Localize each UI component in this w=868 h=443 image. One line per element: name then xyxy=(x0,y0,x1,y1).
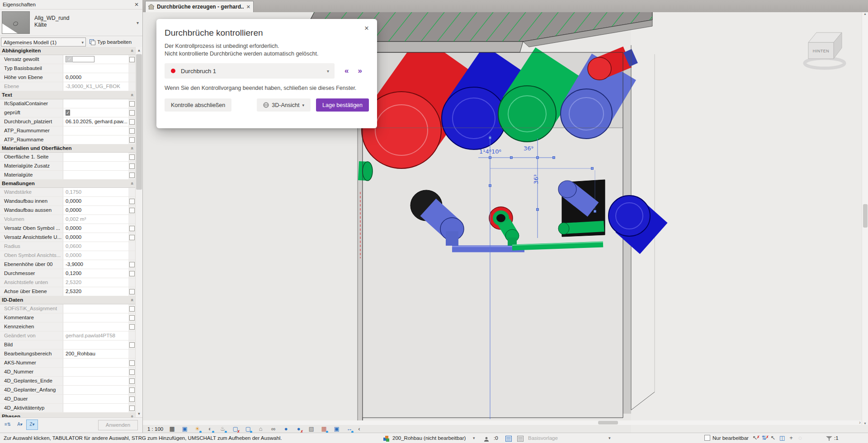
dimension-handle[interactable] xyxy=(489,137,491,139)
associate-parameter-box[interactable] xyxy=(129,315,135,321)
property-value[interactable]: 0,1750 xyxy=(63,188,128,196)
property-value[interactable]: ✓ xyxy=(63,55,128,64)
property-value[interactable]: ✓ xyxy=(63,108,128,117)
previous-opening-button[interactable]: « xyxy=(344,66,349,75)
collapse-icon[interactable]: « xyxy=(128,147,136,149)
workset-dropdown[interactable]: 200_Rohbau (nicht bearbeitbar) xyxy=(392,433,466,443)
vertical-scrollbar[interactable]: ▲ ▼ xyxy=(862,12,868,425)
associate-parameter-box[interactable] xyxy=(129,387,135,393)
property-value[interactable]: 0,0000 xyxy=(63,197,128,205)
property-value[interactable]: 2,5320 xyxy=(63,278,128,287)
release-worksets-icon[interactable]: ↖✗ xyxy=(750,433,760,443)
section-header[interactable]: Abhängigkeiten« xyxy=(0,47,136,55)
associate-parameter-box[interactable] xyxy=(129,137,135,143)
relinquish-elements-icon[interactable]: ⇅✗ xyxy=(760,433,769,443)
visual-style-icon[interactable]: ▣ xyxy=(181,425,189,433)
property-value[interactable] xyxy=(63,359,128,367)
property-value[interactable]: -3,9000_K1_UG_FBOK xyxy=(63,82,128,91)
property-value[interactable]: 0,0600 xyxy=(63,242,128,251)
model-canvas[interactable]: 1¹4⁶10⁶ 36⁹ 36³ HINTEN Durchbrüche kontr… xyxy=(143,12,868,433)
property-value[interactable] xyxy=(63,304,128,313)
scroll-right-icon[interactable]: › xyxy=(859,420,861,425)
crop-visibility-icon[interactable]: ▢ xyxy=(244,425,252,433)
section-header[interactable]: Phasen« xyxy=(0,413,136,417)
checkbox[interactable]: ✓ xyxy=(66,56,94,62)
confirm-position-button[interactable]: Lage bestätigen xyxy=(316,98,369,112)
editable-only-checkbox[interactable] xyxy=(704,435,710,441)
property-value[interactable] xyxy=(63,153,128,161)
property-value[interactable]: 200_Rohbau xyxy=(63,350,128,358)
opening-rect[interactable] xyxy=(558,180,605,237)
section-header[interactable]: Bemaßungen« xyxy=(0,180,136,188)
property-value[interactable]: 0,0000 xyxy=(63,224,128,233)
isolate-3d-icon[interactable]: ▣ xyxy=(333,425,340,433)
scrollbar-thumb[interactable] xyxy=(863,204,868,228)
associate-parameter-box[interactable] xyxy=(129,128,135,134)
property-value[interactable] xyxy=(63,395,128,403)
collapse-icon[interactable]: « xyxy=(128,182,136,185)
scale-control[interactable]: 1 : 100 xyxy=(147,426,163,432)
pipe-green-stub[interactable] xyxy=(359,162,373,181)
dimension-handle[interactable] xyxy=(489,157,491,159)
associate-parameter-box[interactable] xyxy=(129,396,135,402)
scroll-up-icon[interactable]: ▲ xyxy=(862,12,868,15)
property-value[interactable] xyxy=(63,322,128,331)
select-cursor-icon[interactable]: ↖ xyxy=(769,433,778,443)
worksets-dialog-icon[interactable] xyxy=(505,435,512,443)
property-value[interactable]: gerhard.pawlat4PT58 xyxy=(63,331,128,340)
render-icon[interactable]: ♨ xyxy=(219,425,226,433)
associate-parameter-box[interactable] xyxy=(129,110,135,116)
section-header[interactable]: Materialien und Oberflächen« xyxy=(0,145,136,153)
property-value[interactable]: 06.10.2025, gerhard.paw... xyxy=(63,117,128,126)
crop-region-icon[interactable]: ▢✗ xyxy=(231,425,239,433)
property-value[interactable]: 0,0000 xyxy=(63,251,128,260)
dimension-handle[interactable] xyxy=(537,209,539,211)
property-value[interactable]: 0,1200 xyxy=(63,269,128,278)
collapse-icon[interactable]: « xyxy=(128,93,136,96)
property-value[interactable] xyxy=(63,377,128,385)
select-wall-cursor-icon[interactable]: ◫ xyxy=(778,433,787,443)
property-value[interactable] xyxy=(63,64,128,73)
collapse-viewbar-icon[interactable]: ‹ xyxy=(358,425,360,432)
reveal-hidden-elements-icon[interactable]: ● xyxy=(282,425,290,433)
move-cursor-icon[interactable]: + xyxy=(787,433,796,443)
property-value[interactable] xyxy=(63,135,128,144)
chevron-down-icon[interactable]: ▾ xyxy=(609,433,611,443)
checkbox[interactable]: ✓ xyxy=(66,110,70,116)
collapse-icon[interactable]: « xyxy=(128,298,136,301)
design-option-dropdown[interactable]: Basisvorlage xyxy=(528,433,558,443)
associate-parameter-box[interactable] xyxy=(129,154,135,160)
collapse-icon[interactable]: « xyxy=(128,49,136,52)
scroll-down-icon[interactable]: ▼ xyxy=(862,422,868,425)
associate-parameter-box[interactable] xyxy=(129,226,135,231)
associate-parameter-box[interactable] xyxy=(129,101,135,107)
associate-parameter-box[interactable] xyxy=(129,378,135,384)
property-value[interactable]: 0,0000 xyxy=(63,233,128,242)
chevron-down-icon[interactable]: ▾ xyxy=(473,433,475,443)
type-selector[interactable]: Allg_WD_rund Kälte ▾ xyxy=(0,9,142,36)
sort-descending-icon[interactable]: Z▾ xyxy=(26,420,38,430)
property-value[interactable] xyxy=(63,171,128,179)
view-tab[interactable]: Durchbrüche erzeugen - gerhard... ✕ xyxy=(145,1,254,12)
next-opening-button[interactable]: » xyxy=(358,66,362,75)
property-value[interactable] xyxy=(63,386,128,394)
wall-face[interactable] xyxy=(363,128,623,418)
property-value[interactable] xyxy=(63,126,128,135)
property-value[interactable] xyxy=(63,404,128,412)
close-icon[interactable]: ✕ xyxy=(363,24,371,33)
view-3d-button[interactable]: 3D-Ansicht ▾ xyxy=(257,98,311,112)
horizontal-scrollbar[interactable]: › xyxy=(143,420,862,425)
locked-3d-view-icon[interactable]: ⌂ xyxy=(257,425,264,433)
dimension-handle[interactable] xyxy=(591,168,594,170)
opening-dropdown[interactable]: Durchbruch 1 ▾ xyxy=(165,63,335,79)
properties-scrollbar[interactable]: ▲ ▼ xyxy=(135,47,142,417)
associate-parameter-box[interactable] xyxy=(129,406,135,411)
hide-elements-icon[interactable]: ●✗ xyxy=(295,425,302,433)
associate-parameter-box[interactable] xyxy=(129,208,135,213)
dimension-handle[interactable] xyxy=(594,210,596,213)
close-icon[interactable]: ✕ xyxy=(246,4,250,10)
dimension-handle[interactable] xyxy=(489,185,491,187)
associate-parameter-box[interactable] xyxy=(129,119,135,125)
associate-parameter-box[interactable] xyxy=(129,306,135,312)
property-value[interactable] xyxy=(63,313,128,322)
